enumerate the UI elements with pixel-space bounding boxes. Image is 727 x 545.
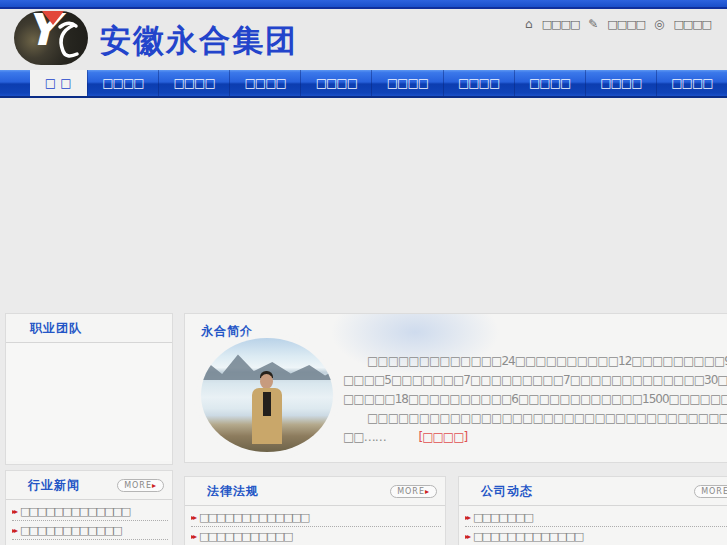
nav-item-8[interactable]: □□□□ — [585, 70, 656, 96]
nav-item-4[interactable]: □□□□ — [300, 70, 371, 96]
nav-item-7[interactable]: □□□□ — [514, 70, 585, 96]
team-panel-empty-content — [6, 343, 172, 461]
intro-text-block: □□□□□□□□□□□□□24□□□□□□□□□□12□□□□□□□□□9□□□… — [343, 352, 727, 447]
more-arrow-icon: ▸ — [425, 487, 430, 496]
home-icon[interactable]: ⌂ — [525, 17, 533, 31]
chairman-photo — [201, 338, 333, 452]
company-intro-panel: 永合简介 □□□□□□□□□□□□□24□□□□□□□□□□12□□□□□□□□… — [184, 313, 727, 463]
list-item[interactable]: ▸▸□□□□□□□□□□□□ — [12, 521, 168, 540]
nav-left-spacer — [0, 70, 30, 96]
intro-line-tail: □□…… — [343, 430, 386, 444]
page: Y 安徽永合集团 ⌂ □□□□ ✎ □□□□ ◎ □□□□ □ □ □□□□ □… — [0, 0, 727, 545]
nav-item-3[interactable]: □□□□ — [229, 70, 300, 96]
bullseye-icon: ◎ — [654, 17, 664, 31]
laws-header: 法律法规 MORE▸ — [185, 477, 445, 506]
laws-list: ▸▸□□□□□□□□□□□□□ ▸▸□□□□□□□□□□□ ▸▸□□□□□□□□… — [185, 506, 445, 545]
list-item[interactable]: ▸▸□□□□□□□□□□□□□ — [12, 540, 168, 545]
double-arrow-icon: ▸▸ — [465, 532, 469, 541]
detail-link[interactable]: [□□□□] — [419, 430, 468, 444]
intro-line: □□□□□18□□□□□□□□□□6□□□□□□□□□□□□1500□□□□□□… — [343, 390, 727, 409]
double-arrow-icon: ▸▸ — [191, 513, 195, 522]
top-utility-links: ⌂ □□□□ ✎ □□□□ ◎ □□□□ — [525, 17, 711, 31]
list-item[interactable]: ▸▸□□□□□□□ — [465, 508, 727, 527]
industry-news-panel: 行业新闻 MORE▸ ▸▸□□□□□□□□□□□□□ ▸▸□□□□□□□□□□□… — [5, 470, 173, 545]
main-navigation: □ □ □□□□ □□□□ □□□□ □□□□ □□□□ □□□□ □□□□ □… — [0, 70, 727, 98]
intro-line: □□□□□□□□□□□□□□□□□□□□□□□□□□□□□□□□□□□□□□□□… — [343, 409, 727, 428]
nav-item-9[interactable]: □□□□ — [656, 70, 727, 96]
industry-news-title: 行业新闻 — [28, 477, 80, 494]
industry-news-more-button[interactable]: MORE▸ — [117, 479, 164, 492]
edit-icon: ✎ — [588, 17, 598, 31]
contact-link[interactable]: □□□□ — [673, 18, 711, 31]
intro-last-line: □□…… [□□□□] — [343, 428, 727, 447]
intro-title: 永合简介 — [201, 323, 253, 340]
list-item[interactable]: ▸▸□□□□□□□□□□□□□ — [191, 508, 441, 527]
set-homepage-link[interactable]: □□□□ — [542, 18, 580, 31]
intro-line: □□□□□□□□□□□□□24□□□□□□□□□□12□□□□□□□□□9□□□… — [343, 352, 727, 371]
logo-script-glyph — [14, 11, 88, 65]
site-header: Y 安徽永合集团 ⌂ □□□□ ✎ □□□□ ◎ □□□□ — [0, 9, 727, 70]
list-item[interactable]: ▸▸□□□□□□□□□□□□□ — [12, 502, 168, 521]
nav-item-1[interactable]: □□□□ — [87, 70, 158, 96]
top-blue-bar — [0, 0, 727, 9]
company-news-panel: 公司动态 MORE▸ ▸▸□□□□□□□ ▸▸□□□□□□□□□□□□□ ▸▸□… — [458, 476, 727, 545]
more-arrow-icon: ▸ — [152, 481, 157, 490]
industry-news-header: 行业新闻 MORE▸ — [6, 471, 172, 500]
company-news-header: 公司动态 MORE▸ — [459, 477, 727, 506]
photo-person-head — [260, 374, 273, 389]
double-arrow-icon: ▸▸ — [12, 507, 16, 516]
double-arrow-icon: ▸▸ — [12, 526, 16, 535]
team-panel: 职业团队 — [5, 313, 173, 465]
intro-line: □□□□5□□□□□□□7□□□□□□□□□7□□□□□□□□□□□□□30□□… — [343, 371, 727, 390]
nav-item-6[interactable]: □□□□ — [443, 70, 514, 96]
nav-item-2[interactable]: □□□□ — [158, 70, 229, 96]
team-panel-title: 职业团队 — [30, 320, 82, 337]
add-favorite-link[interactable]: □□□□ — [607, 18, 645, 31]
double-arrow-icon: ▸▸ — [465, 513, 469, 522]
industry-news-list: ▸▸□□□□□□□□□□□□□ ▸▸□□□□□□□□□□□□ ▸▸□□□□□□□… — [6, 500, 172, 545]
laws-more-button[interactable]: MORE▸ — [390, 485, 437, 498]
nav-item-home-active[interactable]: □ □ — [30, 70, 87, 96]
laws-title: 法律法规 — [207, 483, 259, 500]
list-item[interactable]: ▸▸□□□□□□□□□□□ — [191, 527, 441, 545]
company-news-more-button[interactable]: MORE▸ — [694, 485, 727, 498]
company-logo[interactable]: Y — [14, 11, 88, 65]
laws-panel: 法律法规 MORE▸ ▸▸□□□□□□□□□□□□□ ▸▸□□□□□□□□□□□… — [184, 476, 446, 545]
nav-item-5[interactable]: □□□□ — [371, 70, 442, 96]
company-news-list: ▸▸□□□□□□□ ▸▸□□□□□□□□□□□□□ ▸▸□□□□□□□□□□□□ — [459, 506, 727, 545]
company-news-title: 公司动态 — [481, 483, 533, 500]
double-arrow-icon: ▸▸ — [191, 532, 195, 541]
photo-person-shirt — [263, 392, 271, 416]
list-item[interactable]: ▸▸□□□□□□□□□□□□□ — [465, 527, 727, 545]
site-title: 安徽永合集团 — [100, 20, 298, 62]
team-panel-header: 职业团队 — [6, 314, 172, 343]
